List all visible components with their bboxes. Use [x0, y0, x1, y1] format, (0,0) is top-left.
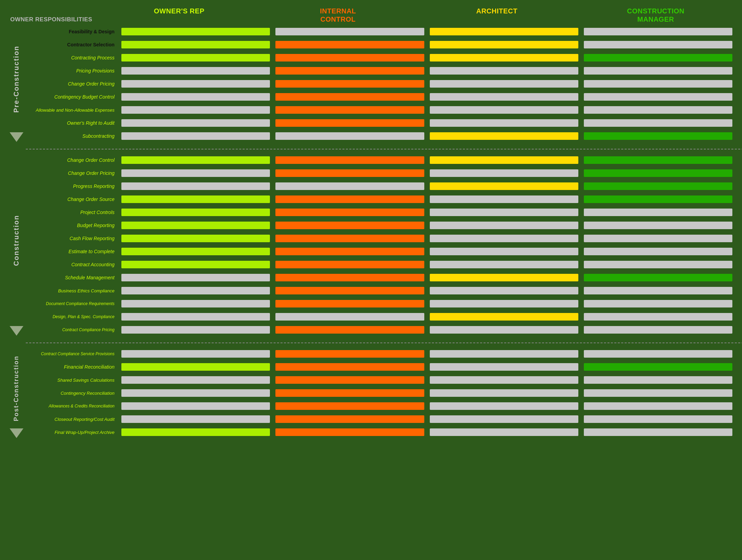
table-row: Change Order Pricing: [26, 168, 735, 179]
bar: [121, 274, 270, 281]
row-label-project-controls: Project Controls: [26, 210, 119, 215]
bar: [275, 80, 424, 88]
bar: [584, 156, 732, 164]
row-label-financial-reconciliation: Financial Reconciliation: [26, 364, 119, 370]
table-row: Subcontracting: [26, 131, 735, 142]
row-label-allowances-credits: Allowances & Credits Reconciliation: [26, 404, 119, 408]
bar: [121, 67, 270, 75]
bar: [275, 54, 424, 61]
bar: [121, 428, 270, 436]
bar: [275, 41, 424, 48]
bar: [121, 235, 270, 242]
bar: [430, 182, 578, 190]
bar: [275, 389, 424, 397]
bar: [584, 428, 732, 436]
row-label-contract-compliance-service: Contract Compliance Service Provisions: [26, 351, 119, 356]
row-label-business-ethics: Business Ethics Compliance: [26, 288, 119, 293]
owners-rep-header: OWNER'S REP: [100, 7, 259, 23]
post-construction-phase-side: Post-Construction: [7, 348, 26, 440]
row-label-budget-reporting: Budget Reporting: [26, 223, 119, 228]
pre-construction-phase-side: Pre-Construction: [7, 26, 26, 144]
row-label-contractor-selection: Contractor Selection: [26, 42, 119, 47]
row-label-change-order-control: Change Order Control: [26, 157, 119, 163]
main-container: OWNER RESPONSIBILITIES OWNER'S REP INTER…: [7, 7, 735, 440]
bar: [584, 119, 732, 127]
bar: [584, 363, 732, 371]
bar-cell-ar: [427, 28, 581, 35]
bar: [584, 54, 732, 61]
bar: [121, 326, 270, 334]
bar: [121, 209, 270, 216]
bar: [121, 119, 270, 127]
bar: [430, 222, 578, 229]
table-row: Change Order Pricing: [26, 78, 735, 89]
bar: [584, 41, 732, 48]
bar: [430, 235, 578, 242]
row-label-feasibility: Feasibility & Design: [26, 29, 119, 34]
bar: [121, 389, 270, 397]
bar: [584, 80, 732, 88]
bar: [430, 300, 578, 307]
bar: [430, 326, 578, 334]
bar: [430, 261, 578, 268]
bar: [584, 415, 732, 423]
row-label-schedule-management: Schedule Management: [26, 275, 119, 280]
table-row: Contract Accounting: [26, 259, 735, 270]
bar: [121, 28, 270, 35]
construction-arrow: [10, 326, 23, 336]
table-row: Contract Compliance Pricing: [26, 324, 735, 335]
header-area: OWNER RESPONSIBILITIES OWNER'S REP INTER…: [7, 7, 735, 23]
bar: [121, 195, 270, 203]
bar-cell-ic: [273, 28, 427, 35]
bar: [275, 222, 424, 229]
bar: [430, 106, 578, 114]
row-label-estimate-complete: Estimate to Complete: [26, 249, 119, 254]
bar: [275, 415, 424, 423]
row-label-contingency-reconciliation: Contingency Reconciliation: [26, 391, 119, 396]
bar: [430, 28, 578, 35]
bar: [121, 350, 270, 358]
bar: [121, 41, 270, 48]
table-row: Document Compliance Requirements: [26, 298, 735, 309]
row-label-change-order-pricing-con: Change Order Pricing: [26, 170, 119, 176]
bar: [584, 261, 732, 268]
bar: [430, 350, 578, 358]
bar: [430, 119, 578, 127]
post-construction-section: Post-Construction Contract Compliance Se…: [7, 348, 735, 440]
bar: [275, 67, 424, 75]
bar: [121, 132, 270, 140]
construction-rows: Change Order Control Change Order Pricin…: [26, 155, 735, 337]
bar: [121, 287, 270, 294]
bar: [584, 67, 732, 75]
construction-section: Construction Change Order Control Change…: [7, 155, 735, 337]
bar: [430, 132, 578, 140]
bar: [121, 156, 270, 164]
bar: [584, 182, 732, 190]
bar: [121, 106, 270, 114]
bar: [430, 93, 578, 101]
row-label-cash-flow: Cash Flow Reporting: [26, 236, 119, 241]
bar: [275, 350, 424, 358]
table-row: Business Ethics Compliance: [26, 285, 735, 296]
table-row: Cash Flow Reporting: [26, 233, 735, 244]
row-label-final-wrap-up: Final Wrap-Up/Project Archive: [26, 430, 119, 435]
bar: [430, 287, 578, 294]
bar: [430, 41, 578, 48]
table-row: Design, Plan & Spec. Compliance: [26, 311, 735, 322]
post-construction-arrow: [10, 428, 23, 438]
bar: [430, 54, 578, 61]
bar: [275, 28, 424, 35]
table-row: Budget Reporting: [26, 220, 735, 231]
bar: [584, 235, 732, 242]
bar: [121, 80, 270, 88]
bar: [275, 402, 424, 410]
pre-construction-rows: Feasibility & Design Contractor Selectio…: [26, 26, 735, 144]
post-construction-rows: Contract Compliance Service Provisions F…: [26, 348, 735, 440]
bar: [584, 402, 732, 410]
owner-responsibilities-header: OWNER RESPONSIBILITIES: [7, 7, 100, 23]
bar: [275, 156, 424, 164]
bar: [275, 106, 424, 114]
bar: [121, 248, 270, 255]
bar: [584, 326, 732, 334]
row-label-closeout-reporting: Closeout Reporting/Cost Audit: [26, 417, 119, 422]
